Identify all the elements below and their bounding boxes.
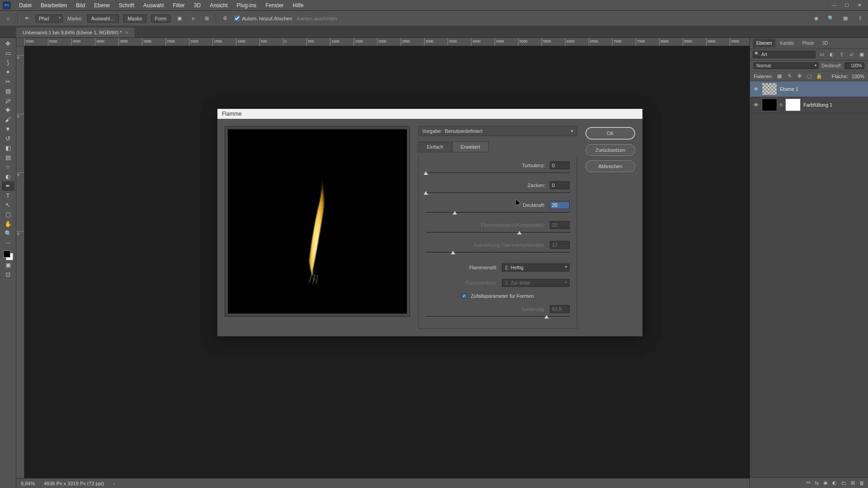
tab-close-icon[interactable]: × — [126, 30, 128, 35]
zacken-slider[interactable] — [426, 192, 570, 194]
panel-tab-3d[interactable]: 3D — [819, 39, 832, 47]
gradient-tool[interactable]: ▤ — [2, 153, 14, 162]
layer-filter-select[interactable]: Art — [753, 51, 816, 58]
search-icon[interactable]: 🔍 — [826, 14, 835, 23]
wand-tool[interactable]: ✦ — [2, 67, 14, 77]
fill-value[interactable]: 100% — [852, 74, 864, 79]
menu-hilfe[interactable]: Hilfe — [288, 0, 308, 10]
mask-icon[interactable]: ◉ — [823, 480, 828, 486]
eraser-tool[interactable]: ◧ — [2, 143, 14, 153]
maximize-icon[interactable]: ☐ — [844, 2, 850, 8]
layer-name[interactable]: Farbfüllung 1 — [803, 102, 832, 108]
link-icon[interactable]: ⎘ — [780, 103, 783, 108]
quickmask-tool[interactable]: ▣ — [2, 260, 14, 270]
preset-select[interactable]: Vorgabe: Benutzerdefiniert — [418, 126, 577, 136]
document-tab[interactable]: Unbenannt-1 bei 9,84% (Ebene 1, RGB/8#) … — [16, 28, 134, 38]
menu-auswahl[interactable]: Auswahl — [139, 0, 168, 10]
type-tool[interactable]: T — [2, 191, 14, 200]
stamp-tool[interactable]: ▼ — [2, 124, 14, 134]
layer-thumbnail[interactable] — [762, 83, 777, 95]
link-layers-icon[interactable]: ⚯ — [806, 480, 810, 486]
dodge-tool[interactable]: ◐ — [2, 172, 14, 181]
arrange-icon[interactable]: ⊞ — [202, 14, 211, 23]
screenmode-tool[interactable]: ⊡ — [2, 270, 14, 279]
frame-tool[interactable]: ▧ — [2, 86, 14, 96]
panel-tab-ebenen[interactable]: Ebenen — [753, 39, 775, 47]
eyedropper-tool[interactable]: ⌮ — [2, 96, 14, 105]
crop-tool[interactable]: ✂ — [2, 77, 14, 86]
mask-thumbnail[interactable] — [785, 99, 801, 111]
turbulenz-input[interactable]: 0 — [550, 161, 570, 169]
menu-filter[interactable]: Filter — [168, 0, 189, 10]
history-brush-tool[interactable]: ↺ — [2, 134, 14, 143]
edit-toolbar[interactable]: ⋯ — [2, 238, 14, 248]
form-button[interactable]: Form — [151, 14, 171, 23]
menu-plugins[interactable]: Plug-ins — [232, 0, 261, 10]
new-layer-icon[interactable]: ⊞ — [851, 480, 855, 486]
menu-datei[interactable]: Datei — [14, 0, 36, 10]
auswahl-button[interactable]: Auswahl… — [87, 14, 119, 23]
path-op-icon[interactable]: ▣ — [175, 14, 184, 23]
workspace-icon[interactable]: ▦ — [841, 14, 850, 23]
reset-button[interactable]: Zurücksetzen — [585, 144, 635, 156]
menu-bearbeiten[interactable]: Bearbeiten — [36, 0, 71, 10]
menu-ansicht[interactable]: Ansicht — [205, 0, 232, 10]
path-select-tool[interactable]: ↖ — [2, 200, 14, 210]
zoom-tool[interactable]: 🔍 — [2, 229, 14, 238]
lock-artboard-icon[interactable]: ▢ — [806, 73, 812, 79]
pen-tool[interactable]: ✒ — [2, 181, 14, 191]
tab-erweitert[interactable]: Erweitert — [452, 141, 489, 152]
zufall-checkbox[interactable]: ✓ — [462, 293, 467, 299]
menu-schrift[interactable]: Schrift — [114, 0, 139, 10]
turbulenz-slider[interactable] — [426, 172, 570, 174]
marquee-tool[interactable]: ▭ — [2, 48, 14, 58]
visibility-icon[interactable]: 👁 — [753, 102, 759, 108]
cancel-button[interactable]: Abbrechen — [585, 160, 635, 172]
menu-bild[interactable]: Bild — [71, 0, 90, 10]
maske-button[interactable]: Maske — [123, 14, 146, 23]
pen-tool-icon[interactable]: ✒ — [22, 14, 31, 23]
status-arrow-icon[interactable]: › — [113, 481, 115, 486]
lasso-tool[interactable]: ⟆ — [2, 58, 14, 67]
close-icon[interactable]: ✕ — [856, 2, 863, 8]
filter-shape-icon[interactable]: ▱ — [848, 51, 855, 58]
align-icon[interactable]: ≡ — [189, 14, 198, 23]
move-tool[interactable]: ✥ — [2, 39, 14, 48]
color-swatch[interactable] — [3, 250, 13, 260]
fx-icon[interactable]: fx — [815, 480, 819, 486]
home-icon[interactable]: ⌂ — [4, 14, 13, 23]
blur-tool[interactable]: ○ — [2, 162, 14, 172]
layer-name[interactable]: Ebene 1 — [780, 86, 798, 92]
layer-thumbnail[interactable] — [762, 99, 777, 111]
brush-tool[interactable]: 🖌 — [2, 115, 14, 124]
zoom-level[interactable]: 9,84% — [21, 481, 35, 486]
panel-tab-pfade[interactable]: Pfade — [799, 39, 818, 47]
shape-tool[interactable]: ▢ — [2, 210, 14, 219]
menu-fenster[interactable]: Fenster — [261, 0, 288, 10]
gear-icon[interactable]: ⚙ — [221, 14, 230, 23]
share-icon[interactable]: ⇪ — [855, 14, 864, 23]
filter-adjust-icon[interactable]: ◐ — [828, 51, 835, 58]
lock-pixels-icon[interactable]: ▦ — [776, 73, 783, 79]
heal-tool[interactable]: ✚ — [2, 105, 14, 115]
ok-button[interactable]: OK — [585, 127, 635, 140]
layer-row[interactable]: 👁 Ebene 1 — [750, 81, 868, 97]
layer-row[interactable]: 👁 ⎘ Farbfüllung 1 — [750, 97, 868, 113]
delete-icon[interactable]: 🗑 — [859, 480, 864, 486]
filter-image-icon[interactable]: ▭ — [818, 51, 826, 58]
blend-mode-select[interactable]: Normal — [754, 62, 819, 69]
dialog-title[interactable]: Flamme — [217, 109, 642, 119]
filter-type-icon[interactable]: T — [838, 51, 845, 58]
adjustment-icon[interactable]: ◐ — [832, 480, 837, 486]
menu-ebene[interactable]: Ebene — [90, 0, 114, 10]
menu-3d[interactable]: 3D — [189, 0, 205, 10]
hand-tool[interactable]: ✋ — [2, 219, 14, 229]
panel-tab-kanaele[interactable]: Kanäle — [776, 39, 797, 47]
zacken-input[interactable]: 0 — [550, 181, 570, 189]
lock-position-icon[interactable]: ✥ — [796, 73, 802, 79]
lock-all-icon[interactable]: 🔒 — [816, 73, 822, 79]
group-icon[interactable]: 🗀 — [841, 480, 846, 486]
path-mode-select[interactable]: Pfad — [36, 14, 63, 23]
flammenstil-select[interactable]: 2. Heftig — [502, 263, 570, 272]
minimize-icon[interactable]: — — [831, 2, 837, 8]
